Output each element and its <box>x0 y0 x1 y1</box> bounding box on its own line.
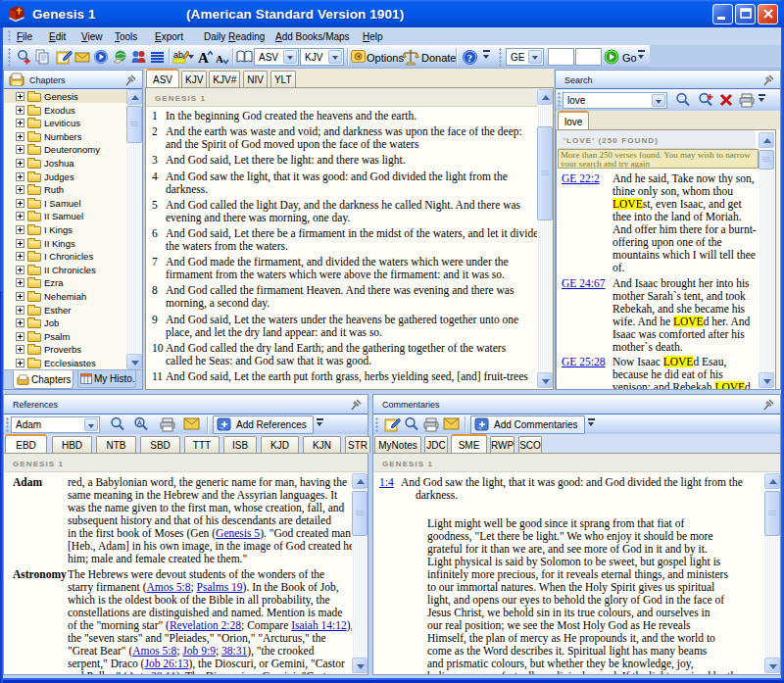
svg-text:A: A <box>198 50 209 66</box>
svg-text:A: A <box>137 419 142 426</box>
svg-text:?: ? <box>467 52 473 64</box>
svg-text:A: A <box>216 53 223 65</box>
